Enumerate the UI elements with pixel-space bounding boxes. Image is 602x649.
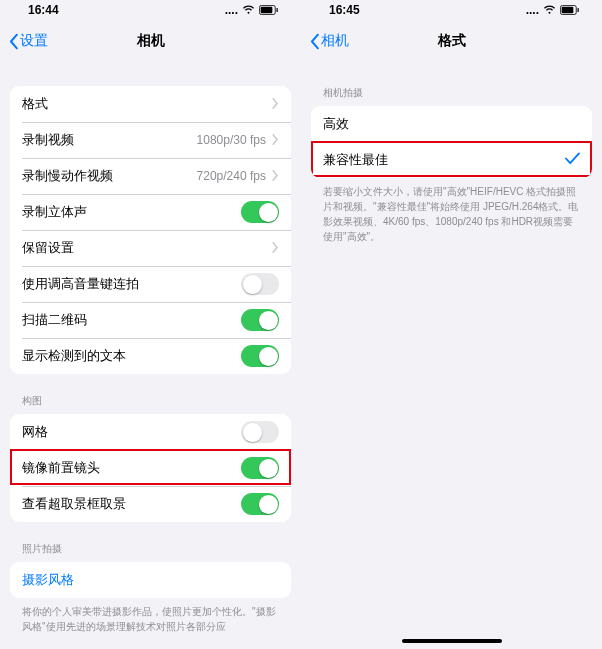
back-button[interactable]: 相机 <box>309 32 349 50</box>
row-value: 1080p/30 fps <box>197 133 266 147</box>
chevron-right-icon <box>272 241 279 256</box>
row-label: 摄影风格 <box>22 571 74 589</box>
back-button[interactable]: 设置 <box>8 32 48 50</box>
row-label: 兼容性最佳 <box>323 151 388 169</box>
status-bar: 16:45 .... <box>301 0 602 20</box>
toggle-view-outside-frame[interactable] <box>241 493 279 515</box>
row-mirror-front: 镜像前置镜头 <box>10 450 291 486</box>
status-time: 16:45 <box>329 3 360 17</box>
settings-group-3: 摄影风格 <box>10 562 291 598</box>
chevron-right-icon <box>272 133 279 148</box>
chevron-right-icon <box>272 169 279 184</box>
dots-icon: .... <box>526 3 539 17</box>
nav-bar: 设置 相机 <box>0 20 301 62</box>
section-header-camera-capture: 相机拍摄 <box>311 62 592 106</box>
formats-group: 高效 兼容性最佳 <box>311 106 592 178</box>
row-label: 使用调高音量键连拍 <box>22 275 139 293</box>
checkmark-icon <box>565 151 580 169</box>
formats-screen: 16:45 .... 相机 格式 相机拍摄 高效 兼容性最佳 若要缩小文件大小，… <box>301 0 602 649</box>
row-label: 显示检测到的文本 <box>22 347 126 365</box>
row-label: 录制立体声 <box>22 203 87 221</box>
row-preserve[interactable]: 保留设置 <box>10 230 291 266</box>
svg-rect-5 <box>578 8 579 12</box>
nav-bar: 相机 格式 <box>301 20 602 62</box>
row-label: 高效 <box>323 115 349 133</box>
settings-group-1: 格式 录制视频 1080p/30 fps 录制慢动作视频 720p/240 fp… <box>10 86 291 374</box>
svg-rect-4 <box>562 7 574 14</box>
row-label: 网格 <box>22 423 48 441</box>
toggle-stereo[interactable] <box>241 201 279 223</box>
status-time: 16:44 <box>28 3 59 17</box>
row-label: 保留设置 <box>22 239 74 257</box>
row-record-video[interactable]: 录制视频 1080p/30 fps <box>10 122 291 158</box>
battery-icon <box>259 5 279 15</box>
toggle-mirror-front[interactable] <box>241 457 279 479</box>
camera-settings-screen: 16:44 .... 设置 相机 格式 录制视频 1080p/30 fps <box>0 0 301 649</box>
row-record-slomo[interactable]: 录制慢动作视频 720p/240 fps <box>10 158 291 194</box>
back-label: 设置 <box>20 32 48 50</box>
row-formats[interactable]: 格式 <box>10 86 291 122</box>
dots-icon: .... <box>225 3 238 17</box>
chevron-left-icon <box>309 33 320 50</box>
row-scan-qr: 扫描二维码 <box>10 302 291 338</box>
row-label: 格式 <box>22 95 48 113</box>
status-right: .... <box>526 3 580 17</box>
footer-text: 若要缩小文件大小，请使用"高效"HEIF/HEVC 格式拍摄照片和视频。"兼容性… <box>311 178 592 244</box>
row-detect-text: 显示检测到的文本 <box>10 338 291 374</box>
row-high-efficiency[interactable]: 高效 <box>311 106 592 142</box>
row-stereo: 录制立体声 <box>10 194 291 230</box>
toggle-volume-burst[interactable] <box>241 273 279 295</box>
status-right: .... <box>225 3 279 17</box>
row-most-compatible[interactable]: 兼容性最佳 <box>311 142 592 178</box>
row-grid: 网格 <box>10 414 291 450</box>
row-label: 录制慢动作视频 <box>22 167 113 185</box>
row-label: 录制视频 <box>22 131 74 149</box>
home-indicator[interactable] <box>402 639 502 643</box>
settings-group-2: 网格 镜像前置镜头 查看超取景框取景 <box>10 414 291 522</box>
row-photo-styles[interactable]: 摄影风格 <box>10 562 291 598</box>
status-bar: 16:44 .... <box>0 0 301 20</box>
row-view-outside-frame: 查看超取景框取景 <box>10 486 291 522</box>
wifi-icon <box>543 5 556 15</box>
row-label: 查看超取景框取景 <box>22 495 126 513</box>
chevron-left-icon <box>8 33 19 50</box>
row-label: 镜像前置镜头 <box>22 459 100 477</box>
back-label: 相机 <box>321 32 349 50</box>
section-header-composition: 构图 <box>10 374 291 414</box>
svg-rect-2 <box>277 8 278 12</box>
section-header-capture: 照片拍摄 <box>10 522 291 562</box>
chevron-right-icon <box>272 97 279 112</box>
row-volume-burst: 使用调高音量键连拍 <box>10 266 291 302</box>
svg-rect-1 <box>261 7 273 14</box>
toggle-grid[interactable] <box>241 421 279 443</box>
wifi-icon <box>242 5 255 15</box>
row-value: 720p/240 fps <box>197 169 266 183</box>
toggle-detect-text[interactable] <box>241 345 279 367</box>
row-label: 扫描二维码 <box>22 311 87 329</box>
footer-text: 将你的个人审美带进摄影作品，使照片更加个性化。"摄影风格"使用先进的场景理解技术… <box>10 598 291 634</box>
battery-icon <box>560 5 580 15</box>
toggle-scan-qr[interactable] <box>241 309 279 331</box>
